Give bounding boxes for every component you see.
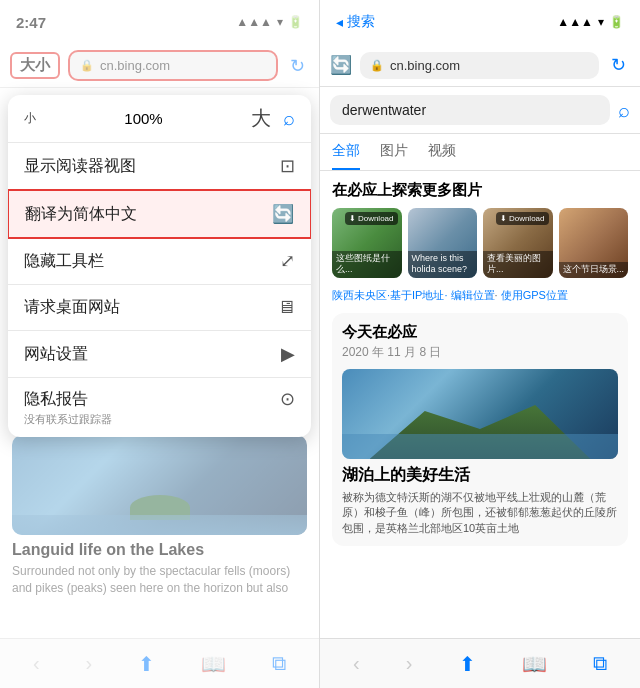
menu-item-settings[interactable]: 网站设置 ▶ [8,331,311,378]
left-panel: 2:47 ▲▲▲ ▾ 🔋 大小 🔒 cn.bing.com ↻ 小 100% 大… [0,0,320,688]
search-row: derwentwater ⌕ [320,87,640,134]
back-arrow-icon: ◂ [336,14,343,30]
section2-date: 2020 年 11 月 8 日 [342,344,618,361]
today-section-card: 今天在必应 2020 年 11 月 8 日 湖泊上的美好生活 被称为德文特沃斯的… [332,313,628,546]
card-main-title: 湖泊上的美好生活 [342,465,618,486]
image-thumb-2[interactable]: Where is this holida scene? [408,208,478,278]
right-status-icons: ▲▲▲ ▾ 🔋 [557,15,624,29]
download-badge-1: ⬇ Download [345,212,398,225]
menu-item-privacy[interactable]: 隐私报告 ⊙ 没有联系过跟踪器 [8,378,311,437]
right-address-box[interactable]: 🔒 cn.bing.com [360,52,599,79]
share-button-right[interactable]: ⬆ [451,644,484,684]
gps-right[interactable]: 使用GPS位置 [501,289,568,301]
bookmarks-button-right[interactable]: 📖 [514,644,555,684]
font-search-icon[interactable]: ⌕ [283,107,295,130]
reader-icon: ⊡ [280,155,295,177]
right-signal-icon: ▲▲▲ [557,15,593,29]
right-lock-icon: 🔒 [370,59,384,72]
right-panel: ◂ 搜索 ▲▲▲ ▾ 🔋 🔄 🔒 cn.bing.com ↻ derwentwa… [320,0,640,688]
image-thumb-4[interactable]: 这个节日场景... [559,208,629,278]
download-badge-3: ⬇ Download [496,212,549,225]
edit-location-right[interactable]: 编辑位置 [451,289,495,301]
images-grid: ⬇ Download 这些图纸是什么... Where is this holi… [332,208,628,278]
translate-icon-right: 🔄 [330,54,352,76]
privacy-sub: 没有联系过跟踪器 [24,412,112,427]
image-label-4: 这个节日场景... [559,262,629,278]
right-address-bar: 🔄 🔒 cn.bing.com ↻ [320,44,640,87]
card-desc: 被称为德文特沃斯的湖不仅被地平线上壮观的山麓（荒原）和梭子鱼（峰）所包围，还被郁… [342,490,618,536]
search-button-right[interactable]: ⌕ [618,99,630,122]
lake-reflection-right [342,434,618,459]
menu-item-desktop[interactable]: 请求桌面网站 🖥 [8,285,311,331]
back-button-right[interactable]: ‹ [345,644,368,683]
location-text-right: 陕西未央区·基于IP地址· [332,289,448,301]
right-battery-icon: 🔋 [609,15,624,29]
search-input[interactable]: derwentwater [330,95,610,125]
menu-item-translate[interactable]: 翻译为简体中文 🔄 [8,189,311,239]
right-content: 在必应上探索更多图片 ⬇ Download 这些图纸是什么... Where i… [320,171,640,627]
tab-all[interactable]: 全部 [332,134,360,170]
menu-reader-label: 显示阅读器视图 [24,156,136,177]
menu-privacy-label: 隐私报告 [24,389,88,410]
tabs-button-right[interactable]: ⧉ [585,644,615,683]
image-label-2: Where is this holida scene? [408,251,478,278]
back-search-area[interactable]: ◂ 搜索 [336,13,375,31]
hide-toolbar-icon: ⤢ [280,250,295,272]
image-label-3: 查看美丽的图片... [483,251,553,278]
desktop-icon: 🖥 [277,297,295,318]
section1-title: 在必应上探索更多图片 [332,181,628,200]
right-status-bar: ◂ 搜索 ▲▲▲ ▾ 🔋 [320,0,640,44]
forward-button-right[interactable]: › [398,644,421,683]
image-thumb-3[interactable]: ⬇ Download 查看美丽的图片... [483,208,553,278]
back-search-label: 搜索 [347,13,375,31]
image-thumb-1[interactable]: ⬇ Download 这些图纸是什么... [332,208,402,278]
menu-settings-label: 网站设置 [24,344,88,365]
right-wifi-icon: ▾ [598,15,604,29]
right-location-info: 陕西未央区·基于IP地址· 编辑位置· 使用GPS位置 [332,288,628,303]
dropdown-menu: 小 100% 大 ⌕ 显示阅读器视图 ⊡ 翻译为简体中文 🔄 隐藏工具栏 ⤢ 请… [8,95,311,437]
menu-translate-label: 翻译为简体中文 [25,204,137,225]
right-bottom-toolbar: ‹ › ⬆ 📖 ⧉ [320,638,640,688]
tabs-row: 全部 图片 视频 [320,134,640,171]
menu-item-hide-toolbar[interactable]: 隐藏工具栏 ⤢ [8,238,311,285]
tab-videos[interactable]: 视频 [428,134,456,170]
image-label-1: 这些图纸是什么... [332,251,402,278]
privacy-icon: ⊙ [280,388,295,410]
settings-icon: ▶ [281,343,295,365]
font-small-label[interactable]: 小 [24,110,36,127]
lake-image-right [342,369,618,459]
font-size-row[interactable]: 小 100% 大 ⌕ [8,95,311,143]
section2-title: 今天在必应 [342,323,618,342]
font-percent: 100% [48,110,239,127]
menu-item-reader[interactable]: 显示阅读器视图 ⊡ [8,143,311,190]
font-large-label[interactable]: 大 [251,105,271,132]
translate-icon: 🔄 [272,203,294,225]
tab-images[interactable]: 图片 [380,134,408,170]
menu-hide-label: 隐藏工具栏 [24,251,104,272]
right-address-text: cn.bing.com [390,58,460,73]
right-refresh-button[interactable]: ↻ [607,50,630,80]
menu-desktop-label: 请求桌面网站 [24,297,120,318]
